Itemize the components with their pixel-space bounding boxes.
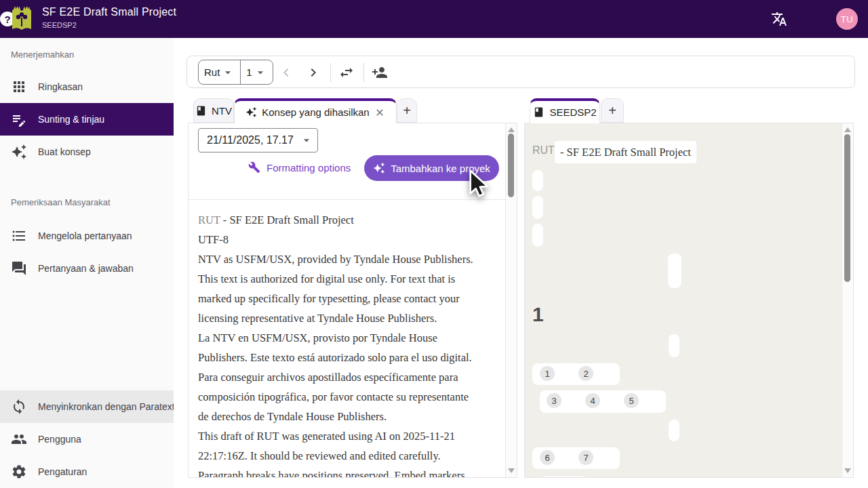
verse-number-badge: 1 <box>540 366 555 381</box>
draft-text-line: NTV as USFM/USX, provided by Tyndale Hou… <box>198 249 500 269</box>
sidebar-item-label: Ringkasan <box>38 81 83 92</box>
book-title-segment[interactable]: - SF E2E Draft Small Project <box>555 141 696 163</box>
sidebar-item-label: Menyinkronkan dengan Paratext <box>38 401 174 412</box>
draft-text-line: de derechos de Tyndale House Publishers. <box>198 407 500 426</box>
add-to-project-button[interactable]: Tambahkan ke proyek <box>364 155 499 181</box>
empty-segment[interactable] <box>532 196 543 219</box>
sidebar-item-sunting-tinjau[interactable]: Sunting & tinjau <box>0 103 174 136</box>
tab-label: SEEDSP2 <box>549 106 596 118</box>
empty-segment[interactable] <box>532 224 543 247</box>
verse-number-badge: 3 <box>547 393 561 408</box>
sparkle-icon <box>11 144 27 160</box>
sidebar-item-pengaturan[interactable]: Pengaturan <box>0 455 174 488</box>
empty-segment[interactable] <box>669 334 679 357</box>
verse-number-badge: 2 <box>578 366 593 381</box>
scroll-down-arrow[interactable] <box>844 468 851 473</box>
empty-segment[interactable] <box>668 253 682 288</box>
draft-text-line: marked up specifically for typesetting, … <box>198 289 500 308</box>
tab-label: Konsep yang dihasilkan <box>262 106 369 118</box>
grid-icon <box>11 79 27 95</box>
verse-segment-row[interactable]: 345 <box>540 390 666 413</box>
add-tab-button[interactable]: + <box>397 98 417 123</box>
draft-text-line: This draft of RUT was generated using AI… <box>198 426 500 446</box>
sidebar-item-label: Pengaturan <box>38 466 87 477</box>
editor-toolbar: Rut 1 <box>186 56 855 88</box>
verse-segment-row[interactable]: 12 <box>532 363 620 385</box>
draft-text-line: RUT - SF E2E Draft Small Project <box>198 210 500 230</box>
app-header: SF E2E Draft Small Project SEEDSP2 ? TU <box>0 0 868 38</box>
project-editor[interactable]: RUT - SF E2E Draft Small Project 1 12345… <box>525 123 843 478</box>
draft-text[interactable]: RUT - SF E2E Draft Small ProjectUTF-8NTV… <box>198 210 500 478</box>
gear-icon <box>11 464 27 480</box>
verse-segment-row[interactable]: 67 <box>532 447 620 469</box>
edit-note-icon <box>11 111 27 127</box>
draft-text-line: composición tipográfica, por favor conta… <box>198 387 500 407</box>
empty-segment[interactable] <box>532 170 543 191</box>
book-select[interactable]: Rut <box>199 60 240 84</box>
empty-segment[interactable] <box>669 420 679 441</box>
sidebar-item-label: Pertanyaan & jawaban <box>38 263 134 274</box>
verse-number-badge: 5 <box>624 393 639 408</box>
sidebar-section-heading: Menerjemahkan <box>0 38 174 70</box>
book-select-value: Rut <box>204 66 220 78</box>
tab-generated-draft[interactable]: Konsep yang dihasilkan <box>234 98 397 123</box>
translate-icon[interactable] <box>771 11 787 27</box>
project-title: SF E2E Draft Small Project <box>42 5 176 19</box>
draft-date-select[interactable]: 21/11/2025, 17.17 <box>198 128 318 152</box>
tab-seedsp2[interactable]: SEEDSP2 <box>530 98 600 123</box>
draft-text-line: Para conseguir archivos apostillados esp… <box>198 367 500 387</box>
scroll-up-arrow[interactable] <box>844 127 851 132</box>
prev-chapter-icon[interactable] <box>278 64 294 81</box>
toolbar-divider <box>330 63 331 82</box>
sidebar-item-sync-paratext[interactable]: Menyinkronkan dengan Paratext <box>0 390 174 423</box>
app-root: SF E2E Draft Small Project SEEDSP2 ? TU … <box>0 0 868 488</box>
book-code-label: RUT <box>198 214 220 226</box>
verse-segment-row[interactable] <box>540 476 588 478</box>
sidebar-item-mengelola-pertanyaan[interactable]: Mengelola pertanyaan <box>0 220 174 252</box>
sparkle-icon <box>245 106 257 118</box>
draft-text-line: licensing representative at Tyndale Hous… <box>198 308 500 328</box>
draft-text-line: This text is authorized for digital use … <box>198 269 500 289</box>
sidebar-item-label: Mengelola pertanyaan <box>38 230 132 241</box>
formatting-options-link[interactable]: Formatting options <box>248 161 351 174</box>
avatar[interactable]: TU <box>836 8 858 30</box>
scrollbar-thumb[interactable] <box>508 134 514 197</box>
sparkle-icon <box>373 162 385 174</box>
draft-date-value: 21/11/2025, 17.17 <box>207 134 294 146</box>
draft-text-line: La NTV en USFM/USX, provisto por Tyndale… <box>198 328 500 348</box>
close-icon[interactable] <box>374 107 385 118</box>
sidebar-item-pengguna[interactable]: Pengguna <box>0 423 174 455</box>
sidebar-section-heading: Pemeriksaan Masyarakat <box>0 184 174 220</box>
sidebar-item-label: Sunting & tinjau <box>38 114 104 125</box>
next-chapter-icon[interactable] <box>305 64 321 81</box>
draft-text-line: Paragraph breaks have positions preserve… <box>198 466 500 478</box>
sidebar-item-buat-konsep[interactable]: Buat konsep <box>0 136 174 168</box>
tab-ntv[interactable]: NTV <box>193 98 234 123</box>
sidebar-footer: Menyinkronkan dengan ParatextPenggunaPen… <box>0 390 174 488</box>
list-icon <box>11 228 27 244</box>
scroll-up-arrow[interactable] <box>508 127 515 132</box>
share-add-person-icon[interactable] <box>372 64 388 81</box>
scroll-down-arrow[interactable] <box>508 468 515 473</box>
book-code-label: RUT <box>532 144 555 157</box>
add-to-project-label: Tambahkan ke proyek <box>391 163 490 174</box>
swap-panes-icon[interactable] <box>338 64 355 81</box>
app-logo-icon <box>11 5 33 33</box>
chapter-select-value: 1 <box>246 66 252 78</box>
draft-text-line: 22:17:16Z. It should be reviewed and edi… <box>198 446 500 466</box>
sidebar-item-label: Buat konsep <box>38 146 91 157</box>
forum-icon <box>11 260 27 277</box>
draft-text-line: Publishers. Este texto está autorizado s… <box>198 348 500 367</box>
verse-number-badge: 6 <box>540 450 555 465</box>
sidebar-item-pertanyaan-jawaban[interactable]: Pertanyaan & jawaban <box>0 252 174 285</box>
chapter-select[interactable]: 1 <box>240 60 272 84</box>
tab-label: NTV <box>212 105 232 117</box>
add-tab-button[interactable]: + <box>601 98 624 123</box>
chevron-down-icon <box>221 66 235 79</box>
scrollbar[interactable] <box>842 123 853 477</box>
sidebar-item-ringkasan[interactable]: Ringkasan <box>0 70 174 103</box>
sync-icon <box>11 399 27 415</box>
scrollbar[interactable] <box>505 123 517 477</box>
book-icon <box>195 105 207 117</box>
scrollbar-thumb[interactable] <box>844 134 850 282</box>
